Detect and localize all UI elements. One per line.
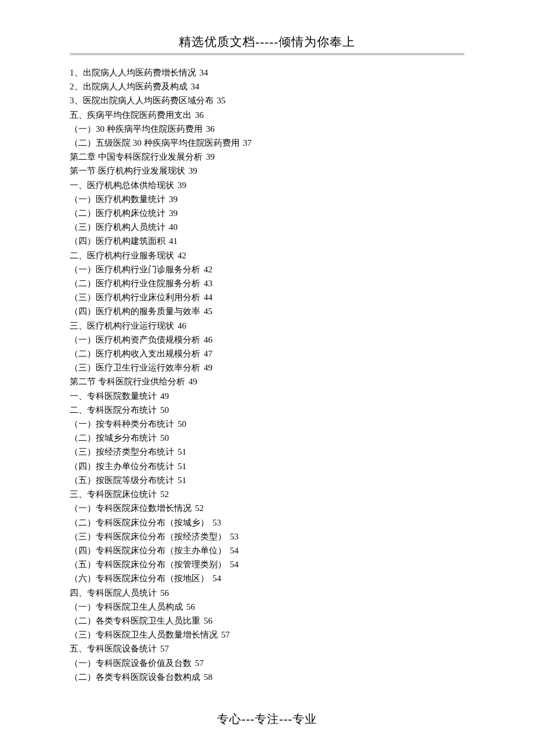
toc-line: （一）医疗机构行业门诊服务分析42	[70, 262, 464, 276]
toc-item-page: 37	[243, 138, 252, 147]
toc-item-page: 42	[204, 265, 212, 274]
toc-item-page: 51	[178, 476, 186, 485]
toc-item-page: 46	[178, 321, 186, 330]
toc-item-text: （一）医疗机构数量统计	[70, 195, 165, 204]
toc-line: （四）医疗机构建筑面积41	[70, 234, 464, 248]
toc-item-text: 第二章 中国专科医院行业发展分析	[70, 152, 203, 161]
toc-item-text: （三）医疗机构行业床位利用分析	[70, 293, 200, 302]
toc-item-page: 36	[206, 124, 215, 134]
toc-item-text: （五）按医院等级分布统计	[70, 476, 174, 485]
toc-line: 五、专科医院设备统计57	[70, 642, 464, 656]
toc-item-text: （三）按经济类型分布统计	[70, 447, 174, 456]
toc-item-page: 52	[160, 489, 169, 499]
toc-item-page: 53	[230, 532, 239, 541]
toc-item-page: 49	[189, 377, 197, 386]
toc-item-text: （三）专科医院卫生人员数量增长情况	[70, 630, 218, 639]
toc-content: 1、出院病人人均医药费增长情况342、出院病人人均医药费及构成343、医院出院病…	[70, 66, 464, 684]
toc-line: （六）专科医院床位分布（按地区）54	[70, 571, 464, 585]
toc-item-text: （一）专科医院设备价值及台数	[70, 658, 192, 668]
toc-item-text: （一）30 种疾病平均住院医药费用	[70, 124, 203, 134]
toc-line: （四）按主办单位分布统计51	[70, 459, 464, 473]
toc-line: （五）按医院等级分布统计51	[70, 473, 464, 487]
toc-item-text: （四）专科医院床位分布（按主办单位）	[70, 546, 226, 555]
toc-line: 第二章 中国专科医院行业发展分析39	[70, 150, 464, 164]
toc-item-text: （二）五级医院 30 种疾病平均住院医药费用	[70, 138, 240, 147]
toc-line: （三）按经济类型分布统计51	[70, 445, 464, 459]
toc-item-text: （六）专科医院床位分布（按地区）	[70, 574, 209, 583]
toc-line: （二）医疗机构床位统计39	[70, 206, 464, 220]
toc-line: （三）医疗卫生行业运行效率分析49	[70, 361, 464, 375]
toc-line: （二）各类专科医院设备台数构成58	[70, 670, 464, 684]
toc-item-page: 46	[204, 335, 212, 344]
toc-item-text: 1、出院病人人均医药费增长情况	[70, 68, 196, 77]
toc-item-text: 二、专科医院分布统计	[70, 405, 157, 415]
toc-line: 一、医疗机构总体供给现状39	[70, 178, 464, 192]
toc-item-text: （三）医疗机构人员统计	[70, 222, 165, 232]
toc-item-page: 57	[195, 658, 204, 668]
toc-line: 二、专科医院分布统计50	[70, 403, 464, 417]
toc-line: （一）医疗机构资产负债规模分析46	[70, 333, 464, 347]
toc-item-page: 34	[191, 82, 200, 91]
toc-item-text: 3、医院出院病人人均医药费区域分布	[70, 96, 214, 105]
toc-item-page: 57	[221, 630, 230, 639]
toc-line: 第一节 医疗机构行业发展现状39	[70, 164, 464, 178]
toc-item-text: （二）各类专科医院设备台数构成	[70, 672, 200, 682]
toc-line: （二）专科医院床位分布（按城乡）53	[70, 516, 464, 530]
toc-item-text: 第二节 专科医院行业供给分析	[70, 377, 185, 386]
toc-item-page: 39	[189, 166, 197, 175]
toc-item-page: 54	[230, 546, 239, 555]
toc-item-page: 57	[160, 644, 169, 653]
toc-item-text: 第一节 医疗机构行业发展现状	[70, 166, 185, 175]
toc-item-text: （一）医疗机构行业门诊服务分析	[70, 265, 200, 274]
toc-item-text: （二）医疗机构收入支出规模分析	[70, 349, 200, 358]
toc-item-page: 52	[195, 503, 204, 513]
toc-item-text: （一）医疗机构资产负债规模分析	[70, 335, 200, 344]
toc-item-page: 35	[217, 96, 226, 105]
toc-line: （三）医疗机构行业床位利用分析44	[70, 290, 464, 304]
footer-text: 专心---专注---专业	[217, 712, 317, 725]
toc-line: 四、专科医院人员统计56	[70, 586, 464, 600]
toc-item-page: 47	[204, 349, 212, 358]
toc-line: （二）按城乡分布统计50	[70, 431, 464, 445]
toc-item-text: （三）专科医院床位分布（按经济类型）	[70, 532, 226, 541]
toc-item-text: （一）专科医院床位数增长情况	[70, 503, 192, 513]
toc-line: （五）专科医院床位分布（按管理类别）54	[70, 557, 464, 571]
toc-item-page: 49	[204, 363, 212, 372]
toc-item-page: 39	[178, 181, 186, 190]
toc-item-text: （四）医疗机构的服务质量与效率	[70, 307, 200, 316]
toc-line: （二）五级医院 30 种疾病平均住院医药费用37	[70, 136, 464, 150]
toc-item-text: （一）专科医院卫生人员构成	[70, 602, 183, 611]
toc-item-text: （三）医疗卫生行业运行效率分析	[70, 363, 200, 372]
toc-item-page: 54	[212, 574, 221, 583]
page-footer: 专心---专注---专业	[0, 711, 534, 727]
toc-item-page: 50	[178, 419, 186, 429]
toc-item-text: （二）医疗机构行业住院服务分析	[70, 279, 200, 288]
toc-line: （三）专科医院卫生人员数量增长情况57	[70, 628, 464, 642]
toc-item-page: 39	[169, 195, 178, 204]
toc-item-text: 五、专科医院设备统计	[70, 644, 157, 653]
header-text: 精选优质文档-----倾情为你奉上	[179, 35, 355, 49]
toc-item-page: 51	[178, 462, 186, 471]
toc-item-text: （四）医疗机构建筑面积	[70, 236, 165, 246]
toc-line: 三、医疗机构行业运行现状46	[70, 319, 464, 333]
toc-item-text: 二、医疗机构行业服务现状	[70, 251, 174, 260]
toc-item-page: 56	[204, 616, 212, 625]
toc-item-page: 45	[204, 307, 212, 316]
toc-line: （二）医疗机构收入支出规模分析47	[70, 347, 464, 361]
toc-item-page: 39	[206, 152, 215, 161]
toc-line: （二）医疗机构行业住院服务分析43	[70, 276, 464, 290]
toc-item-text: 一、医疗机构总体供给现状	[70, 181, 174, 190]
toc-item-text: 2、出院病人人均医药费及构成	[70, 82, 187, 91]
toc-item-text: （一）按专科种类分布统计	[70, 419, 174, 429]
header-divider	[70, 53, 464, 54]
toc-line: （四）医疗机构的服务质量与效率45	[70, 304, 464, 318]
toc-item-page: 54	[230, 560, 239, 569]
toc-item-text: （五）专科医院床位分布（按管理类别）	[70, 560, 226, 569]
toc-line: 一、专科医院数量统计49	[70, 389, 464, 403]
toc-item-page: 58	[204, 672, 212, 682]
toc-item-page: 56	[186, 602, 195, 611]
toc-line: 3、医院出院病人人均医药费区域分布35	[70, 93, 464, 107]
toc-item-text: 三、医疗机构行业运行现状	[70, 321, 174, 330]
toc-item-text: （二）各类专科医院卫生人员比重	[70, 616, 200, 625]
toc-item-text: （四）按主办单位分布统计	[70, 462, 174, 471]
